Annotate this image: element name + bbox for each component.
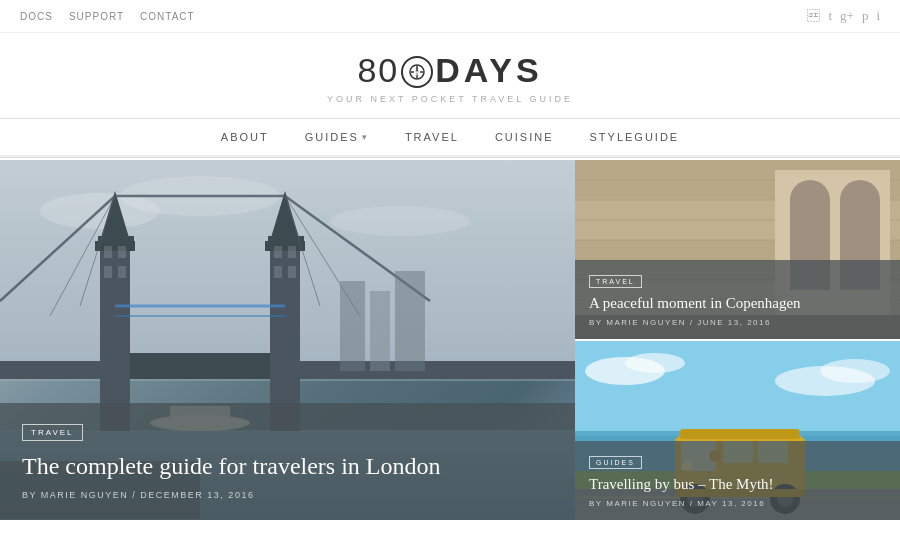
side-post-bus[interactable]: GUIDES Travelling by bus – The Myth! by … bbox=[575, 341, 900, 520]
bus-overlay: GUIDES Travelling by bus – The Myth! by … bbox=[575, 441, 900, 521]
nav-cuisine[interactable]: CUISINE bbox=[495, 131, 554, 143]
pinterest-icon[interactable]: p bbox=[862, 8, 869, 24]
svg-point-90 bbox=[820, 359, 890, 383]
support-link[interactable]: SUPPORT bbox=[69, 11, 124, 22]
svg-rect-16 bbox=[104, 266, 112, 278]
svg-rect-28 bbox=[268, 236, 276, 244]
bus-category: GUIDES bbox=[589, 456, 642, 469]
featured-post[interactable]: TRAVEL The complete guide for travelers … bbox=[0, 160, 575, 520]
nav-guides[interactable]: GUIDES ▾ bbox=[305, 131, 369, 143]
svg-rect-76 bbox=[680, 429, 800, 439]
svg-marker-6 bbox=[416, 72, 419, 77]
contact-link[interactable]: CONTACT bbox=[140, 11, 195, 22]
logo-days: DAYS bbox=[435, 51, 542, 90]
svg-marker-5 bbox=[416, 67, 419, 72]
copenhagen-category: TRAVEL bbox=[589, 275, 642, 288]
copenhagen-overlay: TRAVEL A peaceful moment in Copenhagen b… bbox=[575, 260, 900, 340]
svg-rect-39 bbox=[130, 353, 270, 379]
featured-title: The complete guide for travelers in Lond… bbox=[22, 451, 553, 482]
svg-rect-14 bbox=[104, 246, 112, 258]
site-header: 80 DAYS YOUR NEXT POCKET TRAVEL GUIDE bbox=[0, 33, 900, 119]
svg-rect-42 bbox=[370, 291, 390, 371]
svg-point-65 bbox=[790, 180, 830, 220]
svg-rect-38 bbox=[0, 361, 575, 379]
svg-rect-25 bbox=[288, 246, 296, 258]
nav-guides-label: GUIDES bbox=[305, 131, 359, 143]
site-tagline: YOUR NEXT POCKET TRAVEL GUIDE bbox=[0, 94, 900, 104]
svg-rect-19 bbox=[112, 236, 120, 244]
logo-number: 80 bbox=[357, 51, 399, 90]
svg-rect-27 bbox=[288, 266, 296, 278]
instagram-icon[interactable]: i bbox=[876, 8, 880, 24]
bus-meta: by MARIE NGUYEN / MAY 13, 2016 bbox=[589, 499, 886, 508]
google-plus-icon[interactable]: g+ bbox=[840, 8, 854, 24]
svg-rect-15 bbox=[118, 246, 126, 258]
bus-title: Travelling by bus – The Myth! bbox=[589, 475, 886, 495]
site-logo[interactable]: 80 DAYS bbox=[0, 51, 900, 90]
svg-rect-43 bbox=[395, 271, 425, 371]
docs-link[interactable]: DOCS bbox=[20, 11, 53, 22]
content-area: TRAVEL The complete guide for travelers … bbox=[0, 160, 900, 520]
svg-rect-17 bbox=[118, 266, 126, 278]
twitter-icon[interactable]: t bbox=[828, 8, 832, 24]
top-bar-links: DOCS SUPPORT CONTACT bbox=[20, 11, 195, 22]
nav-about[interactable]: ABOUT bbox=[221, 131, 269, 143]
main-nav: ABOUT GUIDES ▾ TRAVEL CUISINE STYLEGUIDE bbox=[0, 119, 900, 157]
svg-rect-20 bbox=[126, 236, 134, 244]
svg-rect-29 bbox=[282, 236, 290, 244]
copenhagen-meta: by MARIE NGUYEN / JUNE 13, 2016 bbox=[589, 318, 886, 327]
chevron-down-icon: ▾ bbox=[362, 132, 369, 142]
featured-overlay: TRAVEL The complete guide for travelers … bbox=[0, 403, 575, 520]
side-post-copenhagen[interactable]: TRAVEL A peaceful moment in Copenhagen b… bbox=[575, 160, 900, 339]
svg-point-67 bbox=[840, 180, 880, 220]
nav-travel[interactable]: TRAVEL bbox=[405, 131, 459, 143]
svg-rect-41 bbox=[340, 281, 365, 371]
featured-meta: by MARIE NGUYEN / DECEMBER 13, 2016 bbox=[22, 490, 553, 500]
right-column: TRAVEL A peaceful moment in Copenhagen b… bbox=[575, 160, 900, 520]
social-icons:  t g+ p i bbox=[807, 8, 880, 24]
svg-rect-26 bbox=[274, 266, 282, 278]
nav-styleguide[interactable]: STYLEGUIDE bbox=[590, 131, 680, 143]
nav-divider bbox=[0, 157, 900, 158]
compass-icon bbox=[401, 56, 433, 88]
svg-point-88 bbox=[625, 353, 685, 373]
svg-rect-24 bbox=[274, 246, 282, 258]
copenhagen-title: A peaceful moment in Copenhagen bbox=[589, 294, 886, 314]
featured-category-badge: TRAVEL bbox=[22, 424, 83, 441]
facebook-icon[interactable]:  bbox=[807, 8, 820, 24]
top-bar: DOCS SUPPORT CONTACT  t g+ p i bbox=[0, 0, 900, 33]
